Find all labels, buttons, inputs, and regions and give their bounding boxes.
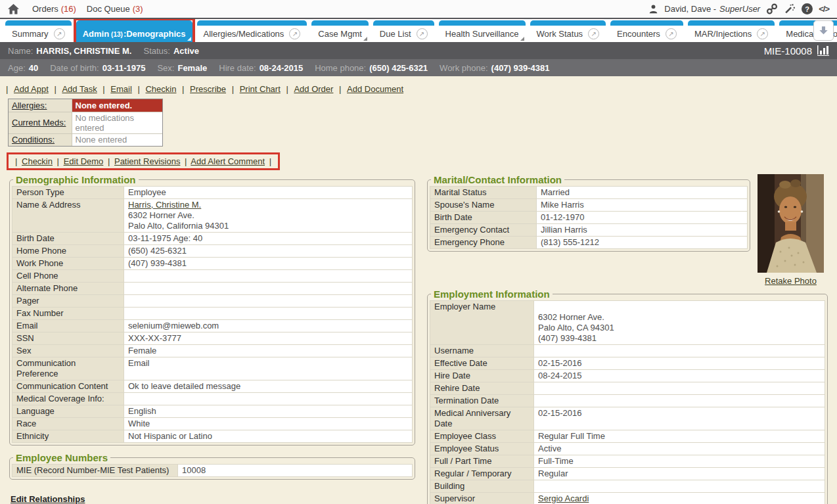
quick-checkin-link[interactable]: Checkin bbox=[22, 156, 53, 166]
link-icon[interactable] bbox=[766, 3, 778, 14]
nav-doc-queue[interactable]: Doc Queue (3) bbox=[87, 4, 143, 14]
allergies-link[interactable]: Allergies: bbox=[12, 101, 47, 110]
table-row: EthnicityNot Hispanic or Latino bbox=[12, 430, 413, 443]
demographic-information-section: Demographic Information Person TypeEmplo… bbox=[9, 174, 415, 446]
section-title: Employee Numbers bbox=[13, 452, 110, 463]
edit-relationships-link[interactable]: Edit Relationships bbox=[11, 494, 85, 504]
table-row: Username bbox=[430, 345, 825, 357]
table-row: Person TypeEmployee bbox=[12, 187, 413, 199]
table-row: Employer Name 6302 Horner Ave. Palo Alto… bbox=[430, 301, 825, 345]
popout-icon[interactable]: ↗ bbox=[666, 28, 677, 39]
table-row: Rehire Date bbox=[430, 382, 825, 395]
dropdown-fold-icon bbox=[187, 37, 191, 41]
separator: | bbox=[137, 84, 139, 94]
table-row: Communication PreferenceEmail bbox=[12, 357, 413, 380]
patient-revisions-link[interactable]: Patient Revisions bbox=[114, 156, 180, 166]
retake-photo-link[interactable]: Retake Photo bbox=[765, 276, 817, 286]
tab-overflow-button[interactable] bbox=[813, 20, 834, 41]
print-chart-link[interactable]: Print Chart bbox=[240, 84, 281, 94]
wand-icon[interactable] bbox=[784, 3, 796, 14]
prescribe-link[interactable]: Prescribe bbox=[190, 84, 226, 94]
email-link[interactable]: Email bbox=[110, 84, 132, 94]
popout-icon[interactable]: ↗ bbox=[289, 28, 300, 39]
separator: | bbox=[185, 156, 187, 166]
tab-label: Health Surveillance bbox=[445, 29, 519, 39]
add-document-link[interactable]: Add Document bbox=[347, 84, 403, 94]
conditions-value: None entered bbox=[72, 133, 162, 146]
add-order-link[interactable]: Add Order bbox=[294, 84, 333, 94]
tab-case-mgmt[interactable]: Case Mgmt bbox=[311, 20, 368, 42]
add-appt-link[interactable]: Add Appt bbox=[14, 84, 49, 94]
patient-name-link[interactable]: Harris, Christine M. bbox=[128, 200, 201, 210]
current-meds-link[interactable]: Current Meds: bbox=[12, 118, 66, 127]
tab-work-status[interactable]: Work Status ↗ bbox=[530, 20, 606, 42]
popout-icon[interactable]: ↗ bbox=[54, 28, 65, 39]
user-role: SuperUser bbox=[719, 4, 760, 14]
alert-row: Conditions: None entered bbox=[9, 133, 162, 146]
popout-icon[interactable]: ↗ bbox=[588, 28, 599, 39]
table-row: Employee ClassRegular Full Time bbox=[430, 430, 825, 443]
user-name[interactable]: David, Dave - bbox=[664, 4, 716, 14]
home-icon[interactable] bbox=[8, 4, 19, 14]
add-task-link[interactable]: Add Task bbox=[62, 84, 97, 94]
employment-information-section: Employment Information Employer Name 630… bbox=[427, 288, 828, 504]
tab-label: MAR/Injections bbox=[694, 29, 752, 39]
field-label: Sex: bbox=[157, 63, 174, 73]
separator: | bbox=[102, 84, 104, 94]
field-value: (407) 939-4381 bbox=[491, 63, 550, 73]
edit-demo-link[interactable]: Edit Demo bbox=[64, 156, 104, 166]
dropdown-fold-icon bbox=[363, 37, 367, 41]
section-title: Demographic Information bbox=[13, 174, 139, 185]
table-row: Building bbox=[430, 480, 825, 493]
doc-queue-label: Doc Queue bbox=[87, 4, 130, 14]
separator: | bbox=[182, 84, 184, 94]
table-row: Name & Address Harris, Christine M. 6302… bbox=[12, 199, 413, 233]
user-icon bbox=[648, 4, 658, 14]
table-row: Medical Anniversary Date02-15-2016 bbox=[430, 407, 825, 430]
help-icon[interactable]: ? bbox=[802, 3, 813, 14]
separator: | bbox=[286, 84, 288, 94]
section-title: Marital/Contact Information bbox=[431, 174, 564, 185]
supervisor-link[interactable]: Sergio Acardi bbox=[538, 493, 589, 503]
topbar-user-area: David, Dave - SuperUser ? </> bbox=[648, 3, 829, 14]
tab-label-suffix: :Demographics bbox=[124, 29, 186, 39]
tab-mar-injections[interactable]: MAR/Injections ↗ bbox=[688, 20, 775, 42]
chart-stats-icon[interactable] bbox=[817, 45, 829, 56]
table-row: Hire Date08-24-2015 bbox=[430, 370, 825, 382]
patient-mrn: MIE-10008 bbox=[764, 45, 812, 57]
tab-health-surveillance[interactable]: Health Surveillance bbox=[439, 20, 526, 42]
section-title: Employment Information bbox=[431, 288, 553, 300]
chart-content: | Add Appt | Add Task | Email | Checkin … bbox=[0, 76, 837, 504]
patient-status: Active bbox=[173, 46, 199, 56]
tab-allergies-medications[interactable]: Allergies/Medications ↗ bbox=[197, 20, 307, 42]
employee-numbers-section: Employee Numbers MIE (Record Number-MIE … bbox=[9, 452, 415, 480]
checkin-link[interactable]: Checkin bbox=[145, 84, 176, 94]
status-label: Status: bbox=[143, 46, 170, 56]
tab-admin-demographics[interactable]: Admin(13):Demographics bbox=[76, 20, 192, 42]
patient-photo bbox=[758, 174, 824, 273]
tab-label: Work Status bbox=[537, 29, 583, 39]
patient-header-row2: Age: 40 Date of birth: 03-11-1975 Sex: F… bbox=[0, 59, 837, 76]
table-row: Termination Date bbox=[430, 395, 825, 407]
table-row: Birth Date01-12-1970 bbox=[430, 212, 748, 224]
conditions-link[interactable]: Conditions: bbox=[12, 135, 55, 145]
add-alert-comment-link[interactable]: Add Alert Comment bbox=[191, 156, 265, 166]
table-row: RaceWhite bbox=[12, 418, 413, 430]
separator: | bbox=[108, 156, 110, 166]
field-value: Female bbox=[177, 63, 207, 73]
table-row: Work Phone(407) 939-4381 bbox=[12, 258, 413, 270]
field-label: Work phone: bbox=[440, 63, 487, 73]
orders-count: (16) bbox=[61, 4, 76, 14]
tab-label: Due List bbox=[380, 29, 411, 39]
table-row: Employee StatusActive bbox=[430, 443, 825, 455]
tab-encounters[interactable]: Encounters ↗ bbox=[610, 20, 683, 42]
nav-orders[interactable]: Orders (16) bbox=[32, 4, 76, 14]
tab-due-list[interactable]: Due List ↗ bbox=[373, 20, 434, 42]
tab-label: Admin bbox=[83, 29, 109, 39]
popout-icon[interactable]: ↗ bbox=[757, 28, 768, 39]
marital-contact-section: Marital/Contact Information Marital Stat… bbox=[427, 174, 750, 252]
popout-icon[interactable]: ↗ bbox=[417, 28, 428, 39]
table-row: Marital StatusMarried bbox=[430, 187, 748, 199]
code-icon[interactable]: </> bbox=[819, 4, 829, 14]
tab-summary[interactable]: Summary ↗ bbox=[5, 20, 72, 42]
